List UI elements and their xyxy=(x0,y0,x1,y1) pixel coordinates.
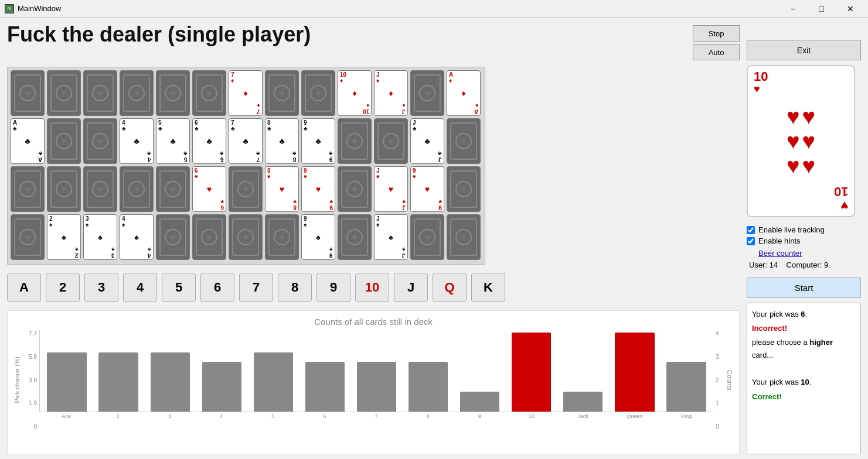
deck-card-7: ♥ xyxy=(265,70,299,116)
game-title: Fuck the dealer (single player) xyxy=(7,22,311,47)
deck-card-50: ♥ xyxy=(410,214,444,260)
log-line-4: Your pick was 10. xyxy=(752,376,856,389)
deck-card-19: 7♣♣7♣ xyxy=(229,118,263,164)
selector-btn-J[interactable]: J xyxy=(394,273,428,302)
deck-card-9: 10♦♦10♦ xyxy=(338,70,372,116)
log-line-1: Your pick was 6. xyxy=(752,308,856,321)
auto-button[interactable]: Auto xyxy=(693,44,740,60)
deck-card-0: ♥ xyxy=(11,70,45,116)
deck-card-17: 5♣♣5♣ xyxy=(156,118,190,164)
selector-btn-9[interactable]: 9 xyxy=(316,273,350,302)
selector-btn-6[interactable]: 6 xyxy=(200,273,234,302)
live-tracking-checkbox[interactable] xyxy=(747,226,755,234)
bar-5 xyxy=(249,352,298,412)
minimize-button[interactable]: − xyxy=(780,1,806,17)
title-bar-controls: − □ ✕ xyxy=(780,1,863,17)
log-3-prefix: please choose a xyxy=(752,338,809,347)
big-card-rank-br: ♥ 10 xyxy=(834,184,848,213)
selector-btn-2[interactable]: 2 xyxy=(46,273,80,302)
y-tick-left: 5.8 xyxy=(29,354,37,360)
deck-card-42: 4♠♠4♠ xyxy=(120,214,154,260)
game-header: Fuck the dealer (single player) Stop Aut… xyxy=(7,22,740,60)
deck-card-46: ♥ xyxy=(265,214,299,260)
window-title: MainWindow xyxy=(18,4,780,13)
deck-card-28: ♥ xyxy=(83,166,117,212)
selector-btn-K[interactable]: K xyxy=(471,273,505,302)
deck-card-16: 4♣♣4♣ xyxy=(120,118,154,164)
chart-area: Counts of all cards still in deck Pick c… xyxy=(7,310,740,454)
bar-label-7: 7 xyxy=(352,413,401,419)
deck-card-32: ♥ xyxy=(229,166,263,212)
selector-btn-Q[interactable]: Q xyxy=(433,273,467,302)
live-tracking-option: Enable live tracking xyxy=(747,225,861,234)
hints-checkbox[interactable] xyxy=(747,237,755,245)
deck-card-20: 8♣♣8♣ xyxy=(265,118,299,164)
deck-card-35: ♥ xyxy=(338,166,372,212)
deck-card-36: J♥♥J♥ xyxy=(374,166,408,212)
deck-card-31: 6♥♥6♥ xyxy=(192,166,226,212)
deck-card-8: ♥ xyxy=(301,70,335,116)
selector-btn-A[interactable]: A xyxy=(7,273,41,302)
bar-Jack xyxy=(559,392,608,412)
log-line-2: Incorrect! xyxy=(752,322,856,335)
card-deck: ♥♥♥♥♥♥7♦♦7♦♥♥10♦♦10♦J♦♦J♦♥A♦♦A♦A♣♣A♣♥♥4♣… xyxy=(7,67,485,265)
y-tick-right: 1 xyxy=(716,400,719,406)
selector-btn-8[interactable]: 8 xyxy=(278,273,312,302)
bar-10 xyxy=(507,333,556,412)
deck-card-10: J♦♦J♦ xyxy=(374,70,408,116)
deck-card-2: ♥ xyxy=(83,70,117,116)
log-4-prefix: Your pick was xyxy=(752,378,801,386)
bar-label-4: 4 xyxy=(196,413,246,419)
close-button[interactable]: ✕ xyxy=(837,1,863,17)
beer-counter-link[interactable]: Beer counter xyxy=(747,249,802,258)
selector-btn-3[interactable]: 3 xyxy=(84,273,118,302)
deck-card-41: 3♠♠3♠ xyxy=(83,214,117,260)
bar-label-2: 2 xyxy=(93,413,142,419)
bar-8 xyxy=(404,362,453,412)
deck-card-33: 8♥♥8♥ xyxy=(265,166,299,212)
deck-card-6: 7♦♦7♦ xyxy=(229,70,263,116)
deck-card-24: J♣♣J♣ xyxy=(410,118,444,164)
bar-label-Queen: Queen xyxy=(610,413,659,419)
deck-card-1: ♥ xyxy=(47,70,81,116)
deck-card-43: ♥ xyxy=(156,214,190,260)
stop-button[interactable]: Stop xyxy=(693,25,740,42)
hints-option: Enable hints xyxy=(747,237,861,245)
bar-Queen xyxy=(610,333,659,412)
big-card-rank-tl: 10 ♥ xyxy=(754,70,768,95)
y-tick-left: 3.8 xyxy=(29,377,37,383)
user-count: 14 xyxy=(770,261,778,269)
deck-card-18: 6♣♣6♣ xyxy=(192,118,226,164)
deck-card-4: ♥ xyxy=(156,70,190,116)
deck-card-22: ♥ xyxy=(338,118,372,164)
app-window: M MainWindow − □ ✕ Fuck the dealer (sing… xyxy=(0,0,868,459)
start-button[interactable]: Start xyxy=(747,278,861,298)
computer-label: Computer: xyxy=(787,261,822,269)
chart-bars xyxy=(39,330,713,412)
bar-label-10: 10 xyxy=(506,413,556,419)
bar-label-Jack: Jack xyxy=(559,413,608,419)
deck-card-13: A♣♣A♣ xyxy=(11,118,45,164)
computer-count: 9 xyxy=(824,261,828,269)
chart-y-axis-left: 7.75.83.81.90 xyxy=(22,330,39,430)
bar-label-6: 6 xyxy=(300,413,349,419)
maximize-button[interactable]: □ xyxy=(808,1,835,17)
selector-btn-10[interactable]: 10 xyxy=(355,273,389,302)
center-panel: Fuck the dealer (single player) Stop Aut… xyxy=(7,22,740,454)
exit-button[interactable]: Exit xyxy=(747,40,861,60)
deck-card-49: J♠♠J♠ xyxy=(374,214,408,260)
selector-btn-4[interactable]: 4 xyxy=(123,273,157,302)
deck-card-38: ♥ xyxy=(447,166,481,212)
selector-btn-7[interactable]: 7 xyxy=(239,273,273,302)
bar-6 xyxy=(300,362,349,412)
selector-btn-5[interactable]: 5 xyxy=(162,273,196,302)
bar-2 xyxy=(94,352,143,412)
beer-stats: User: 14 Computer: 9 xyxy=(747,261,861,269)
deck-card-51: ♥ xyxy=(447,214,481,260)
bar-9 xyxy=(455,392,505,412)
log-1-suffix: . xyxy=(805,310,808,318)
deck-card-21: 9♣♣9♣ xyxy=(301,118,335,164)
options-panel: Enable live tracking Enable hints Beer c… xyxy=(747,222,861,273)
y-tick-right: 0 xyxy=(716,423,719,430)
y-tick-left: 1.9 xyxy=(29,400,37,406)
